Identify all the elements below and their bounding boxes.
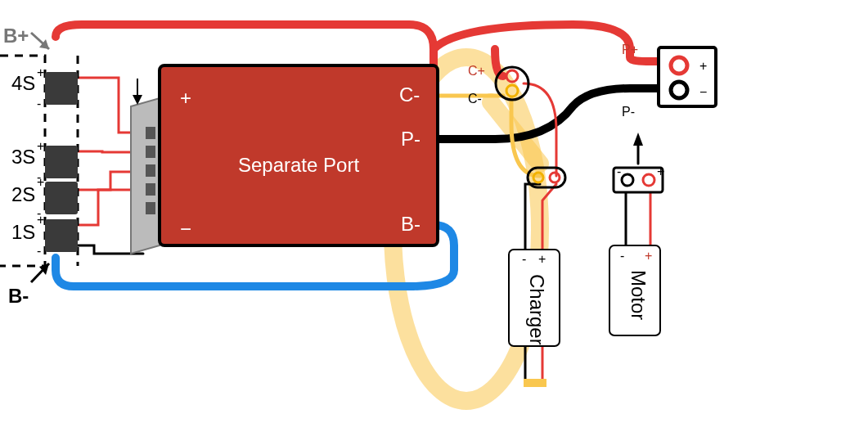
svg-text:-: - (37, 244, 41, 258)
svg-rect-0 (45, 72, 78, 105)
charger-plus: + (538, 252, 546, 266)
svg-text:-: - (617, 164, 621, 178)
svg-rect-14 (146, 146, 155, 158)
svg-text:+: + (657, 164, 664, 178)
motor-plus: + (645, 249, 652, 263)
bms-b-minus: B- (401, 213, 421, 235)
bms-c-minus: C- (399, 83, 420, 106)
svg-text:+: + (37, 65, 44, 79)
svg-rect-15 (146, 164, 155, 177)
motor-label: Motor (627, 270, 650, 320)
svg-text:+: + (37, 139, 44, 153)
arrow-motor-head (633, 133, 643, 146)
output-plus-sign: + (699, 59, 707, 73)
label-c-minus: C- (468, 92, 482, 106)
label-b-minus: B- (8, 285, 29, 307)
label-p-plus: P+ (622, 43, 638, 56)
label-1s: 1S (11, 221, 35, 243)
label-c-plus: C+ (468, 64, 485, 78)
svg-rect-1 (45, 146, 78, 178)
label-3s: 3S (11, 146, 35, 168)
svg-text:+: + (37, 213, 44, 227)
svg-rect-17 (146, 202, 155, 214)
label-p-minus: P- (622, 105, 635, 119)
svg-rect-13 (146, 127, 155, 139)
motor-minus: - (620, 249, 624, 263)
output-minus-sign: − (699, 85, 707, 99)
bms-plus: + (180, 87, 191, 109)
balance-connector (131, 98, 160, 254)
svg-rect-3 (45, 219, 78, 252)
cell-polarity-marks: +- +- +- +- (37, 65, 44, 258)
wire-b-plus-to-bms (56, 25, 434, 65)
svg-point-23 (550, 173, 560, 182)
battery-cells (45, 72, 78, 252)
bms-minus: − (180, 218, 191, 240)
label-2s: 2S (11, 183, 35, 205)
charger-label: Charger (526, 274, 548, 345)
svg-rect-16 (146, 183, 155, 196)
svg-rect-2 (45, 182, 78, 214)
svg-text:+: + (37, 175, 44, 189)
label-b-plus: B+ (3, 25, 29, 47)
bms-title: Separate Port (238, 154, 359, 176)
label-4s: 4S (11, 72, 35, 94)
output-box (659, 47, 716, 106)
svg-text:-: - (37, 97, 41, 110)
bms-p-minus: P- (401, 128, 421, 150)
charger-minus: - (522, 252, 526, 266)
bms-wiring-diagram: 4S 3S 2S 1S +- +- +- +- B+ B- Separate P… (0, 0, 868, 432)
